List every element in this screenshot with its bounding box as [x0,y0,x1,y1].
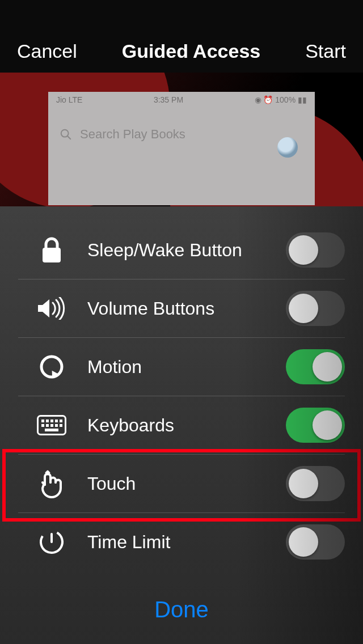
preview-battery: ◉ ⏰ 100% ▮▮ [255,95,307,104]
toggle-touch[interactable] [286,466,345,501]
toggle-motion[interactable] [286,349,345,384]
toggle-time-limit[interactable] [286,524,345,560]
done-button[interactable]: Done [0,597,363,622]
option-row-time-limit: Time Limit [18,513,345,571]
timer-icon [18,529,85,555]
page-title: Guided Access [77,40,305,62]
lock-icon [18,236,85,264]
option-label: Time Limit [85,532,286,553]
touch-icon [18,469,85,498]
svg-rect-9 [55,420,58,422]
option-row-volume: Volume Buttons [18,279,345,338]
toggle-volume[interactable] [286,291,345,326]
option-label: Volume Buttons [85,298,286,319]
preview-carrier: Jio LTE [56,95,82,104]
avatar [277,137,298,158]
option-row-sleep-wake: Sleep/Wake Button [18,221,345,279]
svg-rect-8 [50,420,53,422]
option-row-touch: Touch [18,455,345,513]
svg-line-1 [67,136,70,139]
svg-rect-6 [41,420,44,422]
option-label: Motion [85,357,286,378]
svg-rect-13 [50,424,53,427]
option-label: Keyboards [85,415,286,436]
nav-bar: Cancel Guided Access Start [0,0,363,73]
option-label: Touch [85,473,286,494]
svg-rect-7 [46,420,49,422]
keyboard-icon [18,415,85,435]
preview-time: 3:35 PM [154,95,183,104]
svg-rect-16 [45,429,58,431]
start-button[interactable]: Start [305,40,346,62]
rotate-icon [18,353,85,380]
svg-rect-15 [60,424,62,427]
svg-rect-10 [60,420,62,422]
app-preview-background: Jio LTE 3:35 PM ◉ ⏰ 100% ▮▮ Search Play … [0,73,363,206]
option-label: Sleep/Wake Button [85,240,286,261]
options-panel: Sleep/Wake ButtonVolume ButtonsMotionKey… [0,206,363,644]
toggle-keyboards[interactable] [286,408,345,443]
option-row-keyboards: Keyboards [18,396,345,455]
search-icon [60,128,72,141]
svg-rect-14 [55,424,58,427]
option-row-motion: Motion [18,338,345,396]
svg-rect-2 [43,248,61,262]
toggle-sleep-wake[interactable] [286,232,345,268]
preview-search-placeholder: Search Play Books [80,127,185,142]
svg-point-3 [41,357,62,377]
app-preview: Jio LTE 3:35 PM ◉ ⏰ 100% ▮▮ Search Play … [48,92,315,205]
cancel-button[interactable]: Cancel [17,40,77,62]
svg-rect-12 [46,424,49,427]
svg-rect-11 [41,424,44,427]
speaker-icon [18,297,85,320]
